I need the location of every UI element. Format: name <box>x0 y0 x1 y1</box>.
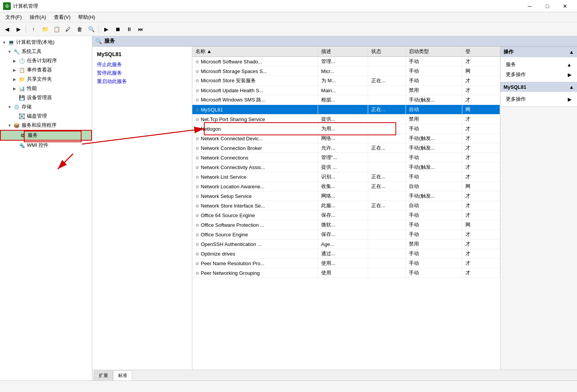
tb-paste[interactable]: 🖊 <box>63 24 73 35</box>
table-row[interactable]: ⚙Optimize drives 通过... 手动 才 <box>192 249 500 259</box>
table-row[interactable]: ⚙Microsoft Windows SMS 路... 根据... 手动(触发.… <box>192 95 500 105</box>
tb-up[interactable]: ↑ <box>28 24 39 35</box>
maximize-button[interactable]: □ <box>539 0 556 12</box>
expand-icon[interactable]: ▼ <box>2 40 8 45</box>
app-icon <box>3 2 11 10</box>
tb-back[interactable]: ◀ <box>2 24 12 35</box>
tb-pause[interactable]: ⏸ <box>124 24 135 35</box>
table-row[interactable]: ⚙Network List Service 识别... 正在... 手动 才 <box>192 172 500 182</box>
expand-icon[interactable]: ▶ <box>13 59 18 63</box>
sidebar-item-services-apps[interactable]: ▼ 📦 服务和应用程序 <box>0 121 92 130</box>
table-row[interactable]: ⚙Office Source Engine 保存... 手动 才 <box>192 230 500 239</box>
selected-service-title: MySQL81 <box>97 51 187 57</box>
table-row[interactable]: ⚙Peer Networking Grouping 使用 手动 才 <box>192 268 500 278</box>
service-startup-cell: 禁用 <box>406 239 462 249</box>
table-row[interactable]: ⚙Office Software Protection ... 微软... 手动… <box>192 220 500 230</box>
minimize-button[interactable]: ─ <box>521 0 539 12</box>
sidebar-item-storage[interactable]: ▼ 💿 存储 <box>0 102 92 111</box>
stop-service-link[interactable]: 停止此服务 <box>97 61 187 68</box>
tb-forward[interactable]: ▶ <box>13 24 24 35</box>
right-action-services-label: 服务 <box>506 61 516 68</box>
expand-icon[interactable]: ▼ <box>8 123 13 128</box>
table-row[interactable]: ⚙OpenSSH Authentication ... Age... 禁用 才 <box>192 239 500 249</box>
right-action-services[interactable]: 服务 ▲ <box>504 60 574 70</box>
col-header-desc[interactable]: 描述 <box>318 47 368 57</box>
expand-icon[interactable]: ▶ <box>13 77 18 81</box>
service-startup-cell: 自动 <box>406 105 462 115</box>
expand-icon[interactable]: ▼ <box>8 105 13 109</box>
tb-play[interactable]: ▶ <box>101 24 112 35</box>
menu-view[interactable]: 查看(V) <box>50 13 74 22</box>
sidebar-item-wmi[interactable]: 🔩 WMI 控件 <box>0 141 92 150</box>
menu-file[interactable]: 文件(F) <box>2 13 26 22</box>
col-header-login[interactable]: 登 <box>462 47 500 57</box>
sidebar-item-event-viewer[interactable]: ▶ 📋 事件查看器 <box>0 65 92 75</box>
sidebar-item-task-scheduler[interactable]: ▶ 🕐 任务计划程序 <box>0 56 92 65</box>
expand-icon[interactable]: ▶ <box>13 68 18 72</box>
service-login-cell: 网 <box>462 220 500 230</box>
table-row[interactable]: ⚙Microsoft Storage Spaces S... Micr... 手… <box>192 66 500 76</box>
service-status-cell <box>368 115 406 124</box>
table-row[interactable]: ⚙Peer Name Resolution Pro... 使用... 手动 才 <box>192 259 500 268</box>
sidebar-item-system-tools[interactable]: ▼ 🔧 系统工具 <box>0 47 92 56</box>
sidebar-item-computer[interactable]: ▼ 💻 计算机管理(本地) <box>0 38 92 47</box>
expand-icon[interactable]: ▶ <box>13 86 18 91</box>
table-row[interactable]: ⚙MySQL81 正在... 自动 网 <box>192 105 500 115</box>
right-action-more2[interactable]: 更多操作 ▶ <box>504 94 574 104</box>
tab-expand[interactable]: 扩展 <box>94 370 113 380</box>
table-row[interactable]: ⚙Network Connections 管理"... 手动 才 <box>192 153 500 163</box>
service-name-cell: ⚙Microsoft Software Shado... <box>192 57 318 66</box>
restart-service-link[interactable]: 重启动此服务 <box>97 78 187 85</box>
services-table-container[interactable]: 名称 ▲ 描述 状态 启动类型 登 ⚙Microsoft Software Sh… <box>192 47 500 370</box>
gear-icon: ⚙ <box>195 271 199 276</box>
sidebar-item-services[interactable]: ⚙ 服务 <box>0 130 92 141</box>
sidebar-item-disk-mgmt[interactable]: 💽 磁盘管理 <box>0 111 92 121</box>
table-row[interactable]: ⚙Network Setup Service 网络... 手动(触发... 才 <box>192 191 500 201</box>
table-row[interactable]: ⚙Net.Tcp Port Sharing Service 提供... 禁用 才 <box>192 115 500 124</box>
table-row[interactable]: ⚙Microsoft Software Shado... 管理... 手动 才 <box>192 57 500 66</box>
table-row[interactable]: ⚙Network Connection Broker 允许... 正在... 手… <box>192 143 500 153</box>
table-row[interactable]: ⚙Office 64 Source Engine 保存... 手动 才 <box>192 211 500 220</box>
table-row[interactable]: ⚙Netlogon 为用... 手动 才 <box>192 124 500 134</box>
sidebar-label-wmi: WMI 控件 <box>27 142 48 149</box>
pause-service-link[interactable]: 暂停此服务 <box>97 70 187 76</box>
table-row[interactable]: ⚙Network Store Interface Se... 此服... 正在.… <box>192 201 500 211</box>
col-header-status[interactable]: 状态 <box>368 47 406 57</box>
tb-delete[interactable]: 🗑 <box>74 24 85 35</box>
table-row[interactable]: ⚙Network Connected Devic... 网络... 手动(触发.… <box>192 134 500 143</box>
service-login-cell: 才 <box>462 259 500 268</box>
tb-stop[interactable]: ⏹ <box>112 24 123 35</box>
col-header-startup[interactable]: 启动类型 <box>406 47 462 57</box>
center-content: 🔍 服务 MySQL81 停止此服务 暂停此服务 重启动此服务 <box>92 36 577 380</box>
right-action-more1[interactable]: 更多操作 ▶ <box>504 70 574 80</box>
service-startup-cell: 手动 <box>406 57 462 66</box>
tb-props[interactable]: 🔍 <box>86 24 97 35</box>
tab-standard[interactable]: 标准 <box>113 370 132 380</box>
wmi-icon: 🔩 <box>18 142 25 149</box>
sidebar-item-device-manager[interactable]: 💾 设备管理器 <box>0 93 92 102</box>
table-row[interactable]: ⚙Network Connectivity Assis... 提供 ... 手动… <box>192 163 500 172</box>
right-section-mysql[interactable]: MySQL81 ▲ <box>500 82 577 92</box>
col-header-name[interactable]: 名称 ▲ <box>192 47 318 57</box>
table-row[interactable]: ⚙Microsoft Update Health S... Main... 禁用… <box>192 86 500 95</box>
sidebar-item-performance[interactable]: ▶ 📊 性能 <box>0 84 92 93</box>
menu-action[interactable]: 操作(A) <box>26 13 50 22</box>
menu-help[interactable]: 帮助(H) <box>74 13 99 22</box>
service-name-cell: ⚙Network Setup Service <box>192 191 318 201</box>
tb-copy[interactable]: 📋 <box>51 24 62 35</box>
right-action-more1-label: 更多操作 <box>506 71 526 78</box>
computer-icon: 💻 <box>8 39 15 46</box>
right-section-actions[interactable]: 操作 ▲ <box>500 47 577 57</box>
sidebar-item-shared-folders[interactable]: ▶ 📁 共享文件夹 <box>0 75 92 84</box>
service-name-cell: ⚙Netlogon <box>192 124 318 134</box>
tb-restart[interactable]: ⏭ <box>135 24 146 35</box>
tb-folder[interactable]: 📁 <box>40 24 50 35</box>
expand-icon[interactable]: ▼ <box>8 50 13 54</box>
table-row[interactable]: ⚙Network Location Awarene... 收集... 正在...… <box>192 182 500 191</box>
service-status-cell <box>368 86 406 95</box>
service-name-cell: ⚙Peer Name Resolution Pro... <box>192 259 318 268</box>
close-button[interactable]: ✕ <box>556 0 574 12</box>
service-login-cell: 才 <box>462 57 500 66</box>
service-name-cell: ⚙Network Store Interface Se... <box>192 201 318 211</box>
table-row[interactable]: ⚙Microsoft Store 安装服务 为 M... 正在... 手动 才 <box>192 76 500 86</box>
